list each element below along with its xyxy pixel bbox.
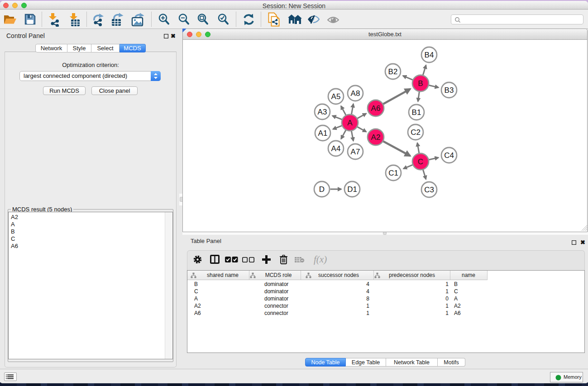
svg-text:C: C bbox=[418, 157, 423, 166]
svg-text:A2: A2 bbox=[371, 133, 381, 142]
svg-text:B4: B4 bbox=[425, 51, 434, 59]
svg-text:A: A bbox=[347, 119, 353, 127]
svg-text:D: D bbox=[319, 185, 325, 194]
svg-text:A6: A6 bbox=[371, 104, 381, 113]
svg-text:A8: A8 bbox=[351, 89, 360, 98]
svg-text:C1: C1 bbox=[388, 169, 398, 177]
svg-text:B1: B1 bbox=[412, 108, 421, 117]
svg-text:A4: A4 bbox=[331, 144, 341, 153]
svg-text:A3: A3 bbox=[318, 108, 327, 116]
svg-text:B: B bbox=[418, 79, 423, 88]
svg-text:D1: D1 bbox=[347, 185, 357, 194]
svg-text:B3: B3 bbox=[445, 86, 454, 95]
svg-text:B2: B2 bbox=[388, 67, 398, 76]
svg-text:C3: C3 bbox=[424, 186, 434, 194]
svg-text:A7: A7 bbox=[351, 148, 360, 156]
svg-text:A1: A1 bbox=[318, 129, 328, 138]
svg-text:C4: C4 bbox=[444, 151, 454, 160]
svg-text:A5: A5 bbox=[331, 92, 341, 101]
svg-text:C2: C2 bbox=[411, 128, 421, 137]
